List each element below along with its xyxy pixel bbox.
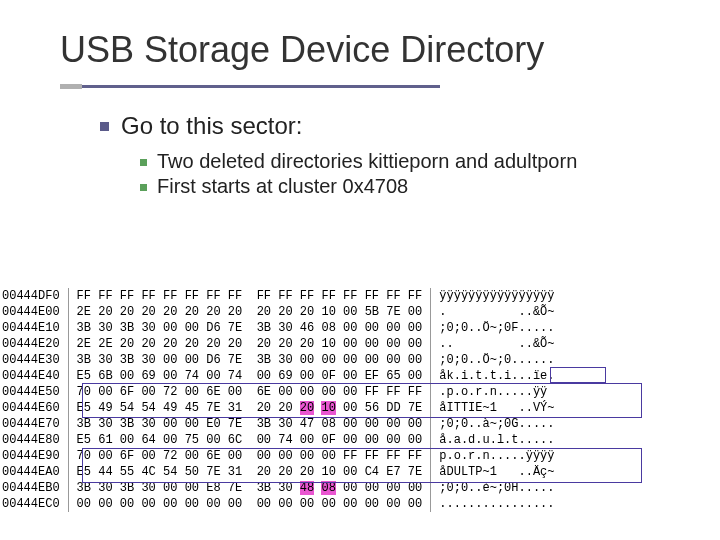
bullet-level1: Go to this sector:: [100, 112, 690, 140]
hex-bytes: 3B 30 3B 30 00 00 E0 7E 3B 30 47 08 00 0…: [68, 416, 431, 432]
hex-bytes: 2E 20 20 20 20 20 20 20 20 20 20 10 00 5…: [68, 304, 431, 320]
title-block: USB Storage Device Directory: [0, 0, 720, 90]
hex-bytes: 70 00 6F 00 72 00 6E 00 6E 00 00 00 00 F…: [68, 384, 431, 400]
square-bullet-icon: [100, 122, 109, 131]
bullet-level2: First starts at cluster 0x4708: [140, 175, 690, 198]
hex-row: 00444E202E 2E 20 20 20 20 20 20 20 20 20…: [2, 336, 555, 352]
hex-row: 00444E303B 30 3B 30 00 00 D6 7E 3B 30 00…: [2, 352, 555, 368]
hex-bytes: E5 61 00 64 00 75 00 6C 00 74 00 0F 00 0…: [68, 432, 431, 448]
hex-ascii: å.a.d.u.l.t.....: [431, 432, 555, 448]
hex-row: 00444E9070 00 6F 00 72 00 6E 00 00 00 00…: [2, 448, 555, 464]
hex-bytes: 3B 30 3B 30 00 00 E8 7E 3B 30 48 08 00 0…: [68, 480, 431, 496]
hex-bytes: E5 49 54 54 49 45 7E 31 20 20 20 10 00 5…: [68, 400, 431, 416]
hex-row: 00444E40E5 6B 00 69 00 74 00 74 00 69 00…: [2, 368, 555, 384]
hex-dump: 00444DF0FF FF FF FF FF FF FF FF FF FF FF…: [2, 288, 718, 512]
hex-row: 00444E5070 00 6F 00 72 00 6E 00 6E 00 00…: [2, 384, 555, 400]
slide-body: Go to this sector: Two deleted directori…: [0, 90, 720, 198]
hex-row: 00444DF0FF FF FF FF FF FF FF FF FF FF FF…: [2, 288, 555, 304]
hex-offset: 00444E40: [2, 368, 68, 384]
hex-ascii: ;0;0..à~;0G.....: [431, 416, 555, 432]
annotation-box-itti: [550, 367, 606, 383]
hex-offset: 00444E80: [2, 432, 68, 448]
hex-bytes: 00 00 00 00 00 00 00 00 00 00 00 00 00 0…: [68, 496, 431, 512]
bullet-text: Two deleted directories kittieporn and a…: [157, 150, 577, 173]
hex-offset: 00444DF0: [2, 288, 68, 304]
square-bullet-icon: [140, 184, 147, 191]
bullet-level2: Two deleted directories kittieporn and a…: [140, 150, 690, 173]
bullet-text: First starts at cluster 0x4708: [157, 175, 408, 198]
hex-bytes: E5 44 55 4C 54 50 7E 31 20 20 20 10 00 C…: [68, 464, 431, 480]
hex-offset: 00444E10: [2, 320, 68, 336]
hex-row: 00444E80E5 61 00 64 00 75 00 6C 00 74 00…: [2, 432, 555, 448]
hex-ascii: åk.i.t.t.i...ïe.: [431, 368, 555, 384]
hex-ascii: ................: [431, 496, 555, 512]
hex-offset: 00444EC0: [2, 496, 68, 512]
hex-offset: 00444E00: [2, 304, 68, 320]
hex-offset: 00444E70: [2, 416, 68, 432]
hex-ascii: ÿÿÿÿÿÿÿÿÿÿÿÿÿÿÿÿ: [431, 288, 555, 304]
hex-bytes: FF FF FF FF FF FF FF FF FF FF FF FF FF F…: [68, 288, 431, 304]
hex-ascii: ;0;0..Ö~;0......: [431, 352, 555, 368]
hex-offset: 00444E30: [2, 352, 68, 368]
hex-ascii: ;0;0..è~;0H.....: [431, 480, 555, 496]
bullet-text: Go to this sector:: [121, 112, 302, 140]
square-bullet-icon: [140, 159, 147, 166]
hex-offset: 00444E50: [2, 384, 68, 400]
hex-row: 00444EC000 00 00 00 00 00 00 00 00 00 00…: [2, 496, 555, 512]
title-underline: [60, 84, 440, 90]
hex-bytes: 70 00 6F 00 72 00 6E 00 00 00 00 00 FF F…: [68, 448, 431, 464]
hex-ascii: .p.o.r.n.....ÿÿ: [431, 384, 555, 400]
hex-row: 00444E002E 20 20 20 20 20 20 20 20 20 20…: [2, 304, 555, 320]
hex-ascii: .. ..&Õ~: [431, 336, 555, 352]
hex-offset: 00444E90: [2, 448, 68, 464]
hex-offset: 00444EB0: [2, 480, 68, 496]
hex-bytes: 2E 2E 20 20 20 20 20 20 20 20 20 10 00 0…: [68, 336, 431, 352]
slide-title: USB Storage Device Directory: [60, 30, 720, 80]
hex-row: 00444EA0E5 44 55 4C 54 50 7E 31 20 20 20…: [2, 464, 555, 480]
hex-offset: 00444EA0: [2, 464, 68, 480]
hex-row: 00444E703B 30 3B 30 00 00 E0 7E 3B 30 47…: [2, 416, 555, 432]
hex-row: 00444EB03B 30 3B 30 00 00 E8 7E 3B 30 48…: [2, 480, 555, 496]
hex-bytes: E5 6B 00 69 00 74 00 74 00 69 00 0F 00 E…: [68, 368, 431, 384]
hex-row: 00444E103B 30 3B 30 00 00 D6 7E 3B 30 46…: [2, 320, 555, 336]
hex-ascii: p.o.r.n.....ÿÿÿÿ: [431, 448, 555, 464]
hex-bytes: 3B 30 3B 30 00 00 D6 7E 3B 30 46 08 00 0…: [68, 320, 431, 336]
hex-ascii: åITTIE~1 ..VÝ~: [431, 400, 555, 416]
hex-offset: 00444E60: [2, 400, 68, 416]
hex-row: 00444E60E5 49 54 54 49 45 7E 31 20 20 20…: [2, 400, 555, 416]
hex-ascii: . ..&Õ~: [431, 304, 555, 320]
hex-bytes: 3B 30 3B 30 00 00 D6 7E 3B 30 00 00 00 0…: [68, 352, 431, 368]
hex-table: 00444DF0FF FF FF FF FF FF FF FF FF FF FF…: [2, 288, 555, 512]
hex-offset: 00444E20: [2, 336, 68, 352]
hex-ascii: åDULTP~1 ..Äç~: [431, 464, 555, 480]
hex-ascii: ;0;0..Ö~;0F.....: [431, 320, 555, 336]
